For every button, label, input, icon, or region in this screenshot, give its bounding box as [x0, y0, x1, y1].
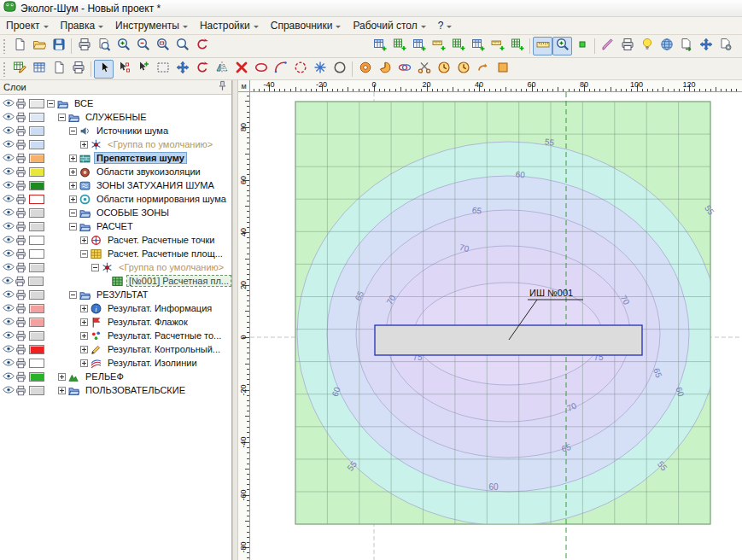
panel-splitter[interactable] — [232, 80, 238, 560]
printable-icon[interactable] — [15, 289, 27, 300]
layer-color-swatch[interactable] — [29, 99, 44, 108]
open-project-button[interactable] — [29, 37, 49, 55]
layer-label[interactable]: ЗОНЫ ЗАТУХАНИЯ ШУМА — [94, 180, 217, 190]
printable-icon[interactable] — [15, 125, 27, 137]
map-viewport[interactable]: 555555556060606065656565707070707575ИШ №… — [250, 92, 742, 560]
edit-grid-button[interactable] — [9, 60, 29, 79]
layer-color-swatch[interactable] — [29, 181, 44, 190]
expand-plus-icon[interactable] — [80, 332, 88, 340]
zoom-in-button[interactable] — [114, 37, 133, 55]
visibility-eye-icon[interactable] — [2, 384, 15, 396]
layer-label[interactable]: РАСЧЕТ — [94, 221, 136, 231]
expand-plus-icon[interactable] — [69, 168, 77, 176]
noise-source-rect[interactable] — [375, 325, 642, 355]
collapse-minus-icon[interactable] — [69, 291, 77, 299]
layer-color-swatch[interactable] — [29, 222, 44, 231]
ring-zone-tool-button[interactable] — [355, 60, 375, 79]
expand-plus-icon[interactable] — [69, 155, 77, 162]
layer-label[interactable]: Расчет. Расчетные точки — [105, 235, 218, 245]
add-source-table-button[interactable] — [409, 37, 429, 55]
layer-color-swatch[interactable] — [29, 208, 44, 218]
layer-row-4[interactable]: Препятствия шуму — [0, 151, 231, 165]
printable-icon[interactable] — [15, 385, 27, 396]
collapse-minus-icon[interactable] — [80, 250, 88, 258]
layer-row-0[interactable]: ВСЕ — [0, 96, 231, 110]
visibility-eye-icon[interactable] — [2, 330, 15, 341]
add-calc-area-button[interactable] — [389, 37, 409, 55]
expand-plus-icon[interactable] — [69, 195, 77, 203]
copy-table-button[interactable] — [49, 60, 68, 79]
visibility-eye-icon[interactable] — [2, 179, 15, 191]
printable-icon[interactable] — [15, 248, 27, 260]
edit-table-button[interactable] — [29, 60, 49, 79]
layer-color-swatch[interactable] — [29, 236, 44, 245]
collapse-minus-icon[interactable] — [58, 114, 66, 121]
printable-icon[interactable] — [14, 276, 26, 287]
visibility-eye-icon[interactable] — [2, 152, 15, 164]
lasso-select-tool-button[interactable] — [153, 60, 172, 79]
layer-row-9[interactable]: РАСЧЕТ — [0, 219, 231, 233]
printable-icon[interactable] — [15, 139, 27, 150]
printable-icon[interactable] — [15, 344, 27, 355]
zoom-all-button[interactable] — [172, 37, 192, 55]
layer-row-10[interactable]: Расчет. Расчетные точки — [0, 233, 231, 247]
redraw-button[interactable] — [192, 37, 212, 55]
print-map-button[interactable] — [617, 37, 637, 55]
cut-tool-button[interactable] — [414, 60, 434, 79]
add-node-tool-button[interactable] — [133, 60, 153, 79]
layer-color-swatch[interactable] — [29, 372, 44, 382]
visibility-eye-icon[interactable] — [2, 261, 15, 273]
collapse-minus-icon[interactable] — [69, 127, 77, 135]
layer-color-swatch[interactable] — [28, 277, 44, 286]
new-project-button[interactable] — [9, 37, 29, 55]
visibility-eye-icon[interactable] — [2, 220, 15, 232]
layer-label[interactable]: ВСЕ — [72, 98, 96, 108]
layer-row-1[interactable]: СЛУЖЕБНЫЕ — [0, 110, 231, 124]
layer-color-swatch[interactable] — [29, 195, 44, 204]
menu-item-2[interactable]: Инструменты — [109, 17, 194, 34]
expand-plus-icon[interactable] — [80, 141, 88, 149]
printable-icon[interactable] — [15, 180, 27, 191]
export-button[interactable] — [676, 37, 696, 55]
expand-plus-icon[interactable] — [80, 236, 88, 244]
expand-plus-icon[interactable] — [80, 359, 88, 367]
menu-item-0[interactable]: Проект — [0, 17, 55, 34]
expand-plus-icon[interactable] — [80, 318, 88, 326]
printable-icon[interactable] — [15, 358, 27, 369]
layer-row-14[interactable]: РЕЗУЛЬТАТ — [0, 288, 231, 301]
printable-icon[interactable] — [15, 235, 27, 246]
layer-color-swatch[interactable] — [29, 126, 44, 136]
palette-button[interactable] — [598, 37, 617, 55]
mirror-tool-button[interactable] — [212, 60, 231, 79]
layer-label[interactable]: РЕЗУЛЬТАТ — [94, 289, 150, 300]
visibility-eye-icon[interactable] — [2, 138, 15, 150]
layer-label[interactable]: ПОЛЬЗОВАТЕЛЬСКИЕ — [83, 385, 188, 395]
printable-icon[interactable] — [15, 317, 27, 328]
layer-color-swatch[interactable] — [29, 154, 44, 163]
delete-tool-button[interactable] — [231, 60, 251, 79]
visibility-eye-icon[interactable] — [2, 125, 15, 137]
visibility-eye-icon[interactable] — [2, 207, 15, 219]
zoom-window-button[interactable] — [153, 37, 172, 55]
day-time-button[interactable] — [434, 60, 453, 79]
layer-label[interactable]: СЛУЖЕБНЫЕ — [83, 112, 149, 122]
menu-item-1[interactable]: Правка — [55, 17, 110, 34]
visibility-eye-icon[interactable] — [2, 316, 15, 328]
draw-circle-tool-button[interactable] — [330, 60, 349, 79]
visibility-eye-icon[interactable] — [2, 357, 15, 369]
layer-row-19[interactable]: Результат. Изолинии — [0, 356, 231, 370]
layer-color-swatch[interactable] — [29, 318, 44, 327]
move-origin-button[interactable] — [696, 37, 716, 55]
layer-label[interactable]: Результат. Расчетные то... — [105, 330, 224, 341]
layer-row-20[interactable]: РЕЛЬЕФ — [0, 370, 231, 383]
visibility-eye-icon[interactable] — [2, 370, 15, 382]
layer-label[interactable]: РЕЛЬЕФ — [83, 371, 126, 382]
rotate-tool-button[interactable] — [192, 60, 212, 79]
print-button[interactable] — [74, 37, 94, 55]
toolbar-grip[interactable] — [3, 61, 7, 77]
edit-nodes-tool-button[interactable] — [114, 60, 133, 79]
add-grid-button[interactable] — [507, 37, 527, 55]
add-area-button[interactable] — [448, 37, 468, 55]
menu-item-3[interactable]: Настройки — [194, 17, 265, 34]
layer-row-5[interactable]: Области звукоизоляции — [0, 165, 231, 178]
